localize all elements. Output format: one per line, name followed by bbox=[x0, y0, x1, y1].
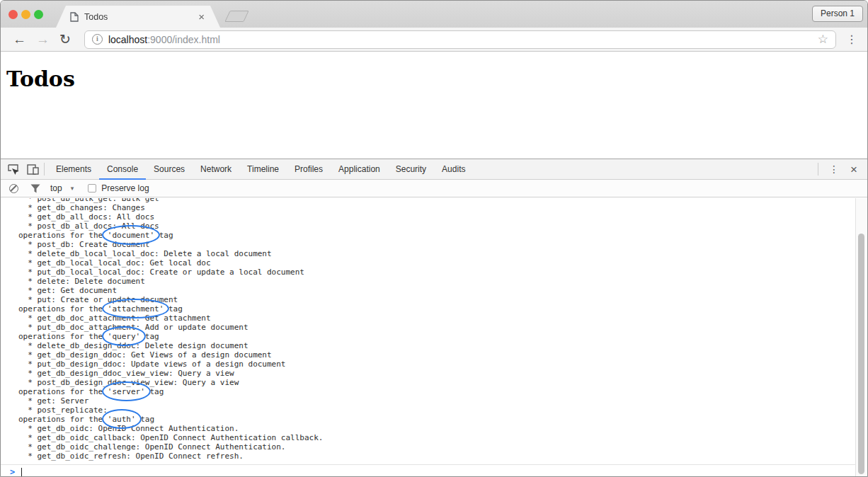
console-line: * post_db_all_docs: All docs bbox=[18, 222, 855, 231]
console-prompt[interactable]: > bbox=[1, 464, 855, 477]
bookmark-star-icon[interactable]: ☆ bbox=[818, 32, 828, 47]
devtools-tab-console[interactable]: Console bbox=[99, 159, 146, 180]
devtools-tabbar-right: ⋮ × bbox=[814, 163, 867, 176]
devtools-tab-application[interactable]: Application bbox=[331, 159, 388, 180]
toolbar-separator bbox=[818, 163, 818, 176]
devtools-panel: ElementsConsoleSourcesNetworkTimelinePro… bbox=[1, 159, 867, 476]
page-favicon-icon bbox=[70, 12, 79, 22]
console-line: * post_db_bulk_get: Bulk get bbox=[18, 198, 855, 203]
console-line: * get: Get document bbox=[18, 286, 855, 295]
console-line: * get_db_oidc_challenge: OpenID Connect … bbox=[18, 442, 855, 452]
console-line: * get_db_design_ddoc_view_view: Query a … bbox=[18, 369, 855, 378]
close-window-button[interactable] bbox=[8, 10, 18, 19]
device-toolbar-icon[interactable] bbox=[25, 162, 40, 176]
console-line: * get_db_doc_attachment: Get attachment bbox=[18, 314, 855, 323]
console-line: * get_db_changes: Changes bbox=[18, 203, 855, 212]
inspect-element-icon[interactable] bbox=[5, 162, 21, 176]
console-line: * delete: Delete document bbox=[18, 277, 855, 286]
clear-console-icon[interactable] bbox=[9, 184, 18, 193]
fullscreen-window-button[interactable] bbox=[34, 10, 43, 19]
devtools-close-icon[interactable]: × bbox=[846, 163, 862, 176]
url-path: :9000/index.html bbox=[147, 34, 220, 45]
console-line: operations for the 'document' tag bbox=[18, 231, 855, 240]
devtools-tab-elements[interactable]: Elements bbox=[48, 159, 99, 180]
tab-title: Todos bbox=[84, 12, 197, 22]
page-title: Todos bbox=[6, 67, 867, 91]
url-host: localhost bbox=[108, 34, 147, 45]
browser-toolbar: ← → ↻ i localhost:9000/index.html ☆ ⋮ bbox=[1, 28, 867, 52]
toolbar-separator bbox=[44, 163, 45, 176]
chevron-down-icon[interactable]: ▾ bbox=[71, 185, 74, 192]
console-line: * post_db_design_ddoc_view_view: Query a… bbox=[18, 378, 855, 387]
devtools-tab-security[interactable]: Security bbox=[388, 159, 434, 180]
console-line: * post_replicate: bbox=[18, 406, 855, 415]
tab-strip: Todos × Person 1 bbox=[1, 1, 867, 28]
console-line: * get_db_local_local_doc: Get local doc bbox=[18, 258, 855, 268]
browser-menu-icon[interactable]: ⋮ bbox=[843, 33, 860, 46]
devtools-menu-icon[interactable]: ⋮ bbox=[822, 163, 846, 175]
console-line: * get_db_all_docs: All docs bbox=[18, 212, 855, 222]
back-icon[interactable]: ← bbox=[8, 33, 31, 46]
page-content: Todos bbox=[1, 52, 867, 159]
console-toolbar: top ▾ Preserve log bbox=[1, 180, 867, 197]
reload-icon[interactable]: ↻ bbox=[55, 33, 76, 46]
preserve-log-label[interactable]: Preserve log bbox=[101, 183, 149, 193]
text-cursor bbox=[21, 468, 22, 477]
scrollbar-thumb[interactable] bbox=[858, 234, 864, 474]
console-line: * get_db_oidc_refresh: OpenID Connect re… bbox=[18, 452, 855, 461]
circle-annotation: 'document' bbox=[108, 231, 154, 240]
console-line: * put_db_design_ddoc: Update views of a … bbox=[18, 360, 855, 369]
devtools-tab-timeline[interactable]: Timeline bbox=[239, 159, 287, 180]
url-text: localhost:9000/index.html bbox=[108, 34, 812, 45]
execution-context-selector[interactable]: top bbox=[50, 183, 62, 193]
console-line: * put_db_doc_attachment: Add or update d… bbox=[18, 323, 855, 332]
console-line: * put: Create or update document bbox=[18, 295, 855, 304]
console-line: * delete_db_local_local_doc: Delete a lo… bbox=[18, 249, 855, 258]
devtools-tab-network[interactable]: Network bbox=[193, 159, 239, 180]
console-line: operations for the 'server' tag bbox=[18, 387, 855, 396]
devtools-tab-bar: ElementsConsoleSourcesNetworkTimelinePro… bbox=[1, 159, 867, 180]
console-scrollbar[interactable] bbox=[855, 198, 867, 476]
circle-annotation: 'query' bbox=[108, 332, 140, 341]
console-output: * post_db_bulk_get: Bulk get * get_db_ch… bbox=[1, 198, 855, 464]
devtools-tab-audits[interactable]: Audits bbox=[434, 159, 473, 180]
console-line: * get_db_design_ddoc: Get Views of a des… bbox=[18, 350, 855, 360]
address-bar[interactable]: i localhost:9000/index.html ☆ bbox=[84, 30, 836, 49]
devtools-tabs: ElementsConsoleSourcesNetworkTimelinePro… bbox=[48, 159, 473, 179]
console-line: * post_db: Create document bbox=[18, 240, 855, 249]
browser-window: Todos × Person 1 ← → ↻ i localhost:9000/… bbox=[0, 0, 868, 477]
new-tab-button[interactable] bbox=[224, 11, 249, 22]
forward-icon[interactable]: → bbox=[31, 33, 55, 46]
page-info-icon[interactable]: i bbox=[92, 34, 103, 45]
console-line: * get_db_oidc_callback: OpenID Connect A… bbox=[18, 433, 855, 442]
console-line: operations for the 'query' tag bbox=[18, 332, 855, 341]
prompt-chevron-icon: > bbox=[10, 467, 15, 477]
browser-tab-todos[interactable]: Todos × bbox=[56, 6, 220, 28]
console-line: * delete_db_design_ddoc: Delete design d… bbox=[18, 341, 855, 350]
profile-badge[interactable]: Person 1 bbox=[812, 6, 863, 22]
devtools-tab-profiles[interactable]: Profiles bbox=[287, 159, 331, 180]
console-line: * get: Server bbox=[18, 396, 855, 406]
console-line: * put_db_local_local_doc: Create or upda… bbox=[18, 268, 855, 277]
filter-icon[interactable] bbox=[30, 184, 40, 193]
console-line: operations for the 'attachment' tag bbox=[18, 304, 855, 314]
console-line: * get_db_oidc: OpenID Connect Authentica… bbox=[18, 424, 855, 433]
devtools-tab-sources[interactable]: Sources bbox=[146, 159, 193, 180]
console-line: operations for the 'auth' tag bbox=[18, 415, 855, 424]
circle-annotation: 'attachment' bbox=[108, 304, 164, 314]
circle-annotation: 'server' bbox=[108, 387, 145, 396]
tab-close-icon[interactable]: × bbox=[197, 11, 206, 22]
circle-annotation: 'auth' bbox=[108, 415, 136, 424]
minimize-window-button[interactable] bbox=[21, 10, 30, 19]
preserve-log-checkbox[interactable] bbox=[88, 184, 96, 192]
